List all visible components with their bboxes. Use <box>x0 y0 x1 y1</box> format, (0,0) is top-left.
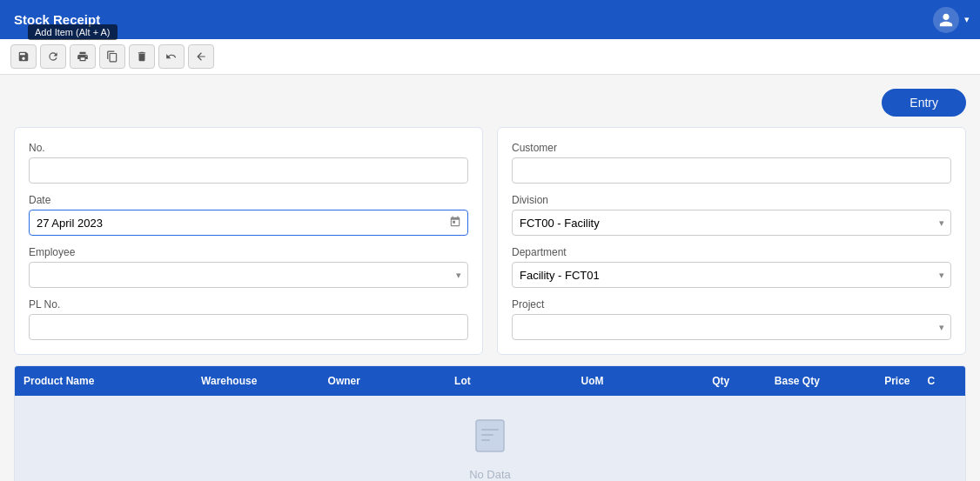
employee-select[interactable] <box>29 262 468 288</box>
col-price: Price <box>829 366 919 396</box>
project-select[interactable] <box>512 314 951 340</box>
project-group: Project ▾ <box>512 298 951 340</box>
table-body: No Data <box>15 396 965 481</box>
pl-no-group: PL No. <box>29 298 468 340</box>
table-header: Product Name Warehouse Owner Lot UoM Qty… <box>15 366 965 396</box>
col-product-name: Product Name <box>15 366 192 396</box>
division-select-wrap: FCT00 - Facility ▾ <box>512 210 951 236</box>
form-row: No. Date Employee ▾ <box>14 127 966 355</box>
user-menu-chevron[interactable]: ▾ <box>964 14 970 25</box>
entry-button[interactable]: Entry <box>882 89 966 117</box>
division-group: Division FCT00 - Facility ▾ <box>512 194 951 236</box>
svg-rect-2 <box>481 434 493 436</box>
no-data-text: No Data <box>469 468 511 481</box>
items-table: Product Name Warehouse Owner Lot UoM Qty… <box>14 365 966 481</box>
svg-rect-3 <box>481 439 490 441</box>
delete-button[interactable] <box>129 44 155 69</box>
no-group: No. <box>29 142 468 184</box>
department-select[interactable]: Facility - FCT01 <box>512 262 951 288</box>
back-button[interactable] <box>188 44 214 69</box>
date-label: Date <box>29 194 468 206</box>
left-form-panel: No. Date Employee ▾ <box>14 127 483 355</box>
col-qty: Qty <box>662 366 738 396</box>
division-label: Division <box>512 194 951 206</box>
header: Stock Receipt Add Item (Alt + A) ▾ <box>0 0 980 39</box>
pl-no-label: PL No. <box>29 298 468 311</box>
date-group: Date <box>29 194 468 236</box>
department-label: Department <box>512 246 951 258</box>
save-button[interactable] <box>10 44 37 69</box>
employee-select-wrap: ▾ <box>29 262 468 288</box>
project-label: Project <box>512 298 951 311</box>
header-right: ▾ <box>933 7 970 33</box>
col-c: C <box>919 366 965 396</box>
no-label: No. <box>29 142 468 154</box>
copy-button[interactable] <box>99 44 125 69</box>
date-input-wrap <box>29 210 468 236</box>
date-input[interactable] <box>29 210 468 236</box>
employee-label: Employee <box>29 246 468 258</box>
employee-group: Employee ▾ <box>29 246 468 288</box>
no-data-icon <box>469 413 511 463</box>
refresh-button[interactable] <box>40 44 66 69</box>
customer-label: Customer <box>512 142 951 154</box>
department-group: Department Facility - FCT01 ▾ <box>512 246 951 288</box>
col-base-qty: Base Qty <box>738 366 829 396</box>
entry-btn-container: Entry <box>14 89 966 117</box>
print-button[interactable] <box>70 44 96 69</box>
user-avatar[interactable] <box>933 7 959 33</box>
no-input[interactable] <box>29 157 468 184</box>
toolbar <box>0 39 980 75</box>
customer-group: Customer <box>512 142 951 184</box>
col-uom: UoM <box>573 366 663 396</box>
tooltip-badge: Add Item (Alt + A) <box>28 24 117 40</box>
col-owner: Owner <box>319 366 446 396</box>
customer-input[interactable] <box>512 157 951 184</box>
col-warehouse: Warehouse <box>192 366 319 396</box>
main-content: Entry No. Date Employee <box>0 75 980 481</box>
project-select-wrap: ▾ <box>512 314 951 340</box>
right-form-panel: Customer Division FCT00 - Facility ▾ Dep… <box>497 127 966 355</box>
undo-button[interactable] <box>158 44 185 69</box>
svg-rect-1 <box>481 429 499 431</box>
department-select-wrap: Facility - FCT01 ▾ <box>512 262 951 288</box>
division-select[interactable]: FCT00 - Facility <box>512 210 951 236</box>
col-lot: Lot <box>446 366 573 396</box>
pl-no-input[interactable] <box>29 314 468 340</box>
